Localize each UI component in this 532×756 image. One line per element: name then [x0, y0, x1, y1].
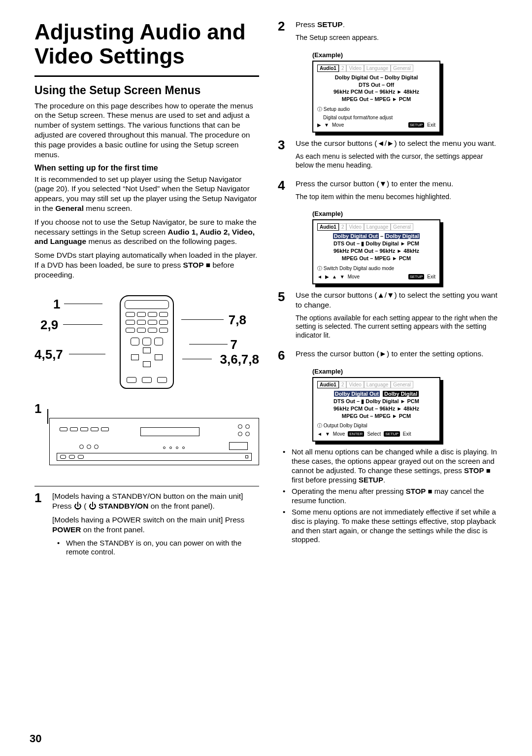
text: . — [343, 20, 345, 29]
step-3-line: Use the cursor buttons (◄/►) to select t… — [296, 138, 502, 148]
osd-tab-video: Video — [346, 65, 364, 72]
osd-info2: Digital output format/tone adjust — [323, 115, 435, 120]
down-icon: ▼ — [325, 431, 330, 437]
text: Press — [296, 20, 317, 29]
text: Operating the menu after pressing — [292, 487, 406, 495]
osd-line-hl: Dolby Digital Out Dolby Digital — [317, 390, 435, 398]
text-bold: STOP — [183, 261, 204, 269]
step-6-line: Press the cursor button (►) to enter the… — [296, 349, 502, 359]
osd-tab-language: Language — [364, 223, 391, 231]
step-3-sub: As each menu is selected with the cursor… — [296, 152, 502, 170]
left-icon: ◄ — [317, 431, 322, 437]
callout-4-5-7: 4,5,7 — [34, 347, 63, 362]
step-4-number: 4 — [278, 179, 290, 206]
example-label-3: (Example) — [312, 368, 502, 375]
callout-7: 7 — [231, 337, 237, 352]
text-bold: STANDBY/ON — [97, 502, 149, 510]
page-number: 30 — [30, 732, 41, 745]
osd-exit: Exit — [427, 274, 435, 279]
osd-line: DTS Out – ▮ Dolby Digital ► PCM — [317, 240, 435, 247]
remote-icon — [120, 295, 174, 389]
text: . — [383, 476, 385, 484]
step-1-line1: [Models having a STANDBY/ON button on th… — [52, 491, 259, 511]
text: menus as described on the following page… — [86, 237, 237, 245]
osd-line: DTS Out – ▮ Dolby Digital ► PCM — [317, 398, 435, 405]
callout-3-6-7-8: 3,6,7,8 — [220, 352, 259, 367]
example-label-2: (Example) — [312, 210, 502, 217]
step-1-line2: [Models having a POWER switch on the mai… — [52, 515, 259, 535]
callout-1: 1 — [53, 297, 60, 312]
step-1-bullet: • When the STANDBY is on, you can power … — [57, 539, 259, 557]
step-5: 5 Use the cursor buttons (▲/▼) to select… — [278, 290, 502, 344]
callout-2-9: 2,9 — [40, 317, 58, 333]
osd-info1: Setup audio — [317, 106, 435, 113]
step-2-number: 2 — [278, 20, 290, 46]
down-icon: ▼ — [324, 122, 329, 128]
osd-tab-video: Video — [346, 381, 364, 388]
text-bold: POWER — [52, 525, 81, 534]
osd-move: Move — [332, 122, 344, 128]
osd-line: 96kHz PCM Out – 96kHz ► 48kHz — [317, 88, 435, 96]
osd-tab-audio1: Audio1 — [317, 223, 339, 231]
example-label-1: (Example) — [312, 51, 502, 59]
divider — [34, 75, 259, 77]
osd-move: Move — [348, 274, 360, 279]
osd-tab-general: General — [391, 381, 413, 388]
section-heading: Using the Setup Screen Menus — [34, 84, 259, 97]
text-bold: STOP — [464, 466, 484, 475]
osd-info: Output Dolby Digital — [317, 422, 435, 429]
text: [Models having a POWER switch on the mai… — [52, 515, 244, 524]
step-4: 4 Press the cursor button (▼) to enter t… — [278, 179, 502, 206]
page-title: Adjusting Audio and Video Settings — [34, 20, 259, 69]
osd-example-3: Audio1 2 Video Language General Dolby Di… — [312, 377, 440, 442]
osd-tab-2: 2 — [339, 65, 347, 72]
play-icon: ▶ — [317, 122, 321, 128]
text: on the front panel). — [148, 502, 214, 510]
divider-thin — [34, 486, 259, 487]
osd-select: Select — [367, 431, 381, 437]
first-time-p2: If you choose not to use the Setup Navig… — [34, 217, 259, 246]
osd-setup-chip: SETUP — [408, 122, 425, 128]
text: Some menu options are not immediately ef… — [292, 508, 502, 545]
step-4-sub: The top item within the menu becomes hig… — [296, 193, 502, 202]
osd-line: 96kHz PCM Out – 96kHz ► 48kHz — [317, 405, 435, 412]
osd-tab-video: Video — [346, 223, 364, 231]
osd-tab-language: Language — [364, 65, 391, 72]
osd-tab-general: General — [391, 65, 413, 72]
osd-tab-2: 2 — [339, 223, 347, 231]
step-2: 2 Press SETUP. The Setup screen appears. — [278, 20, 502, 46]
note-2: • Operating the menu after pressing STOP… — [283, 487, 502, 506]
step-5-line: Use the cursor buttons (▲/▼) to select t… — [296, 290, 502, 310]
step-5-number: 5 — [278, 290, 290, 344]
osd-exit: Exit — [427, 122, 435, 128]
osd-line: Dolby Digital Out – Dolby Digital — [317, 74, 435, 81]
step-1-number: 1 — [34, 491, 46, 559]
text: When the STANDBY is on, you can power on… — [66, 539, 259, 557]
first-time-p3: Some DVDs start playing automatically wh… — [34, 250, 259, 279]
note-3: • Some menu options are not immediately … — [283, 508, 502, 545]
text-bold: SETUP — [317, 20, 343, 29]
text-bold: STOP — [406, 487, 426, 495]
down-icon: ▼ — [340, 274, 345, 279]
osd-line: 96kHz PCM Out – 96kHz ► 48kHz — [317, 247, 435, 255]
text: menu screen. — [84, 204, 132, 212]
osd-line: DTS Out – Off — [317, 81, 435, 89]
osd-example-2: Audio1 2 Video Language General Dolby Di… — [312, 219, 440, 284]
text-bold: General — [55, 204, 84, 212]
step-1: 1 [Models having a STANDBY/ON button on … — [34, 491, 259, 559]
first-time-heading: When setting up for the first time — [34, 164, 259, 172]
step-2-line: Press SETUP. — [296, 20, 502, 30]
step-2-sub: The Setup screen appears. — [296, 34, 502, 42]
osd-example-1: Audio1 2 Video Language General Dolby Di… — [312, 61, 440, 133]
osd-tab-general: General — [391, 223, 413, 231]
osd-tab-audio1: Audio1 — [317, 381, 339, 388]
osd-tab-2: 2 — [339, 381, 347, 388]
osd-tab-audio1: Audio1 — [317, 65, 339, 72]
osd-setup-chip: SETUP — [408, 274, 425, 279]
osd-move: Move — [333, 431, 345, 437]
osd-line-hl: Dolby Digital Out – Dolby Digital — [317, 233, 435, 240]
osd-enter-chip: ENTER — [348, 431, 364, 437]
player-front-icon — [49, 418, 259, 465]
step-4-line: Press the cursor button (▼) to enter the… — [296, 179, 502, 189]
intro-text: The procedure on this page describes how… — [34, 101, 259, 160]
